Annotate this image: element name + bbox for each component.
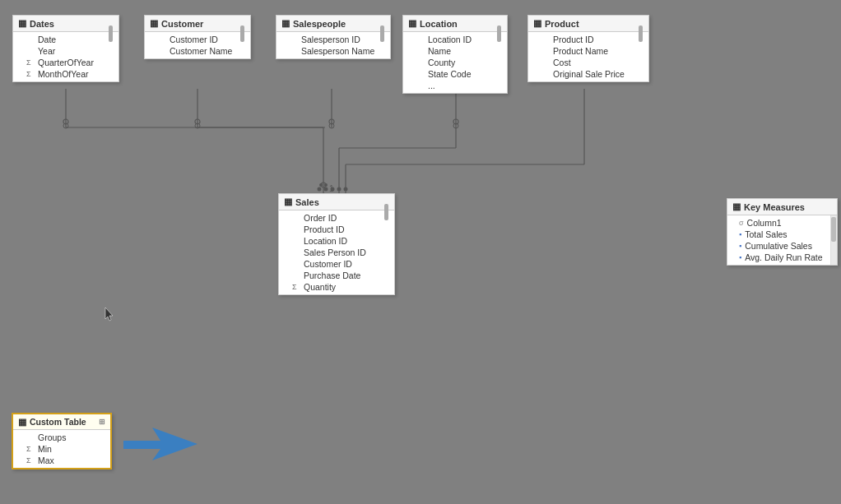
field-year: Year xyxy=(13,45,118,57)
svg-point-32 xyxy=(329,123,334,128)
sales-table-body: Order ID Product ID Location ID Sales Pe… xyxy=(279,210,394,294)
field-sales-product-id: Product ID xyxy=(279,224,394,235)
svg-marker-34 xyxy=(123,428,197,460)
custom-table-header: ▦ Custom Table ⊞ xyxy=(13,414,110,430)
custom-table-title: Custom Table xyxy=(30,417,86,427)
field-min: ΣMin xyxy=(13,443,110,455)
field-location-id: Location ID xyxy=(403,34,507,45)
field-name: Name xyxy=(403,45,507,57)
field-salesperson-name: Salesperson Name xyxy=(276,45,390,57)
customer-table-title: Customer xyxy=(161,19,203,29)
field-sales-customer-id: Customer ID xyxy=(279,258,394,270)
field-customer-id: Customer ID xyxy=(145,34,250,45)
salespeople-table-title: Salespeople xyxy=(293,19,346,29)
key-measures-body: σ Column1 ▪ Total Sales ▪ Cumulative Sal… xyxy=(727,215,837,265)
location-table-title: Location xyxy=(420,19,458,29)
dates-table-body: Date Year ΣQuarterOfYear ΣMonthOfYear xyxy=(13,32,118,81)
svg-point-5 xyxy=(319,183,323,187)
svg-point-23 xyxy=(453,119,458,124)
field-total-sales: ▪ Total Sales xyxy=(727,229,837,240)
sales-table-title: Sales xyxy=(295,197,319,207)
field-cost: Cost xyxy=(528,57,648,68)
svg-point-33 xyxy=(453,123,458,128)
table-icon: ▦ xyxy=(284,197,292,207)
blue-arrow xyxy=(119,426,202,467)
customer-table-header: ▦ Customer xyxy=(145,16,250,32)
field-more: ... xyxy=(403,80,507,91)
field-quantity: ΣQuantity xyxy=(279,281,394,293)
sales-table[interactable]: ▦ Sales Order ID Product ID Location ID … xyxy=(278,193,395,295)
field-sales-location-id: Location ID xyxy=(279,235,394,247)
cursor xyxy=(104,306,115,322)
customer-table-body: Customer ID Customer Name xyxy=(145,32,250,58)
dates-table-title: Dates xyxy=(30,19,54,29)
table-icon: ▦ xyxy=(533,18,541,29)
dates-table-header: ▦ Dates xyxy=(13,16,118,32)
table-icon: ▦ xyxy=(18,417,26,427)
svg-point-31 xyxy=(63,123,68,128)
field-monthofyear: ΣMonthOfYear xyxy=(13,68,118,80)
field-product-name: Product Name xyxy=(528,45,648,57)
field-original-sale-price: Original Sale Price xyxy=(528,68,648,80)
custom-table-options: ⊞ xyxy=(99,418,105,426)
svg-point-4 xyxy=(321,183,326,187)
table-icon: ▦ xyxy=(150,18,158,29)
product-table-body: Product ID Product Name Cost Original Sa… xyxy=(528,32,648,81)
svg-point-6 xyxy=(324,183,328,187)
svg-point-25 xyxy=(318,187,322,192)
field-date: Date xyxy=(13,34,118,45)
dates-table[interactable]: ▦ Dates Date Year ΣQuarterOfYear ΣMonthO… xyxy=(12,15,119,82)
svg-marker-35 xyxy=(105,307,113,321)
custom-table[interactable]: ▦ Custom Table ⊞ Groups ΣMin ΣMax xyxy=(12,413,112,469)
svg-point-21 xyxy=(195,119,200,124)
salespeople-table-header: ▦ Salespeople xyxy=(276,16,390,32)
sales-table-header: ▦ Sales xyxy=(279,194,394,210)
salespeople-table[interactable]: ▦ Salespeople Salesperson ID Salesperson… xyxy=(276,15,391,59)
product-table[interactable]: ▦ Product Product ID Product Name Cost O… xyxy=(527,15,649,82)
table-icon: ▦ xyxy=(408,18,416,29)
field-sales-person-id: Sales Person ID xyxy=(279,247,394,258)
field-product-id: Product ID xyxy=(528,34,648,45)
custom-table-body: Groups ΣMin ΣMax xyxy=(13,430,110,468)
table-icon: ▦ xyxy=(281,18,290,29)
field-quarterofyear: ΣQuarterOfYear xyxy=(13,57,118,68)
svg-text:1: 1 xyxy=(329,184,334,193)
field-groups: Groups xyxy=(13,432,110,443)
field-state-code: State Code xyxy=(403,68,507,80)
field-salesperson-id: Salesperson ID xyxy=(276,34,390,45)
field-column1: σ Column1 xyxy=(727,217,837,229)
field-purchase-date: Purchase Date xyxy=(279,270,394,281)
location-table-body: Location ID Name County State Code ... xyxy=(403,32,507,93)
salespeople-table-body: Salesperson ID Salesperson Name xyxy=(276,32,390,58)
field-customer-name: Customer Name xyxy=(145,45,250,57)
customer-table[interactable]: ▦ Customer Customer ID Customer Name xyxy=(144,15,251,59)
key-measures-title: Key Measures xyxy=(744,202,805,212)
field-max: ΣMax xyxy=(13,455,110,466)
field-avg-daily-run-rate: ▪ Avg. Daily Run Rate xyxy=(727,252,837,263)
svg-point-30 xyxy=(195,123,200,128)
svg-point-22 xyxy=(329,119,334,124)
key-measures-table[interactable]: ▦ Key Measures σ Column1 ▪ Total Sales ▪… xyxy=(727,198,838,266)
svg-point-28 xyxy=(337,187,342,192)
table-icon: ▦ xyxy=(732,201,741,212)
key-measures-header: ▦ Key Measures xyxy=(727,199,837,215)
svg-point-26 xyxy=(324,187,328,192)
table-icon: ▦ xyxy=(18,18,26,29)
svg-point-29 xyxy=(344,187,348,192)
svg-point-20 xyxy=(63,119,68,124)
location-table-header: ▦ Location xyxy=(403,16,507,32)
field-county: County xyxy=(403,57,507,68)
product-table-title: Product xyxy=(545,19,579,29)
field-cumulative-sales: ▪ Cumulative Sales xyxy=(727,240,837,252)
field-order-id: Order ID xyxy=(279,212,394,224)
svg-point-27 xyxy=(331,187,335,192)
location-table[interactable]: ▦ Location Location ID Name County State… xyxy=(402,15,508,94)
product-table-header: ▦ Product xyxy=(528,16,648,32)
